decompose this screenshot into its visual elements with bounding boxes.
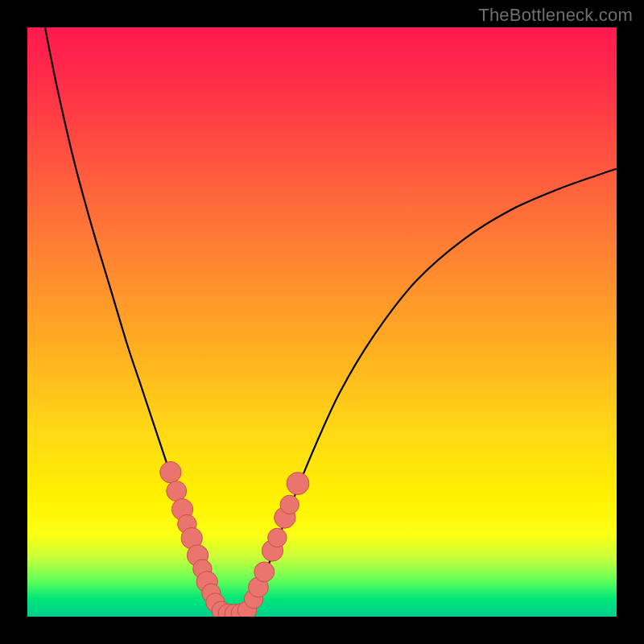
bead-right-7 <box>287 473 309 495</box>
watermark-text: TheBottleneck.com <box>478 5 633 26</box>
bottleneck-curve <box>45 27 617 614</box>
bead-group <box>160 461 309 617</box>
bead-right-4 <box>268 528 287 547</box>
bead-left-0 <box>160 461 181 482</box>
curve-svg <box>27 27 617 617</box>
bead-right-6 <box>280 495 299 514</box>
outer-frame: TheBottleneck.com <box>0 0 644 644</box>
bead-left-1 <box>167 481 187 502</box>
plot-area <box>27 27 617 617</box>
bead-right-2 <box>254 562 275 582</box>
